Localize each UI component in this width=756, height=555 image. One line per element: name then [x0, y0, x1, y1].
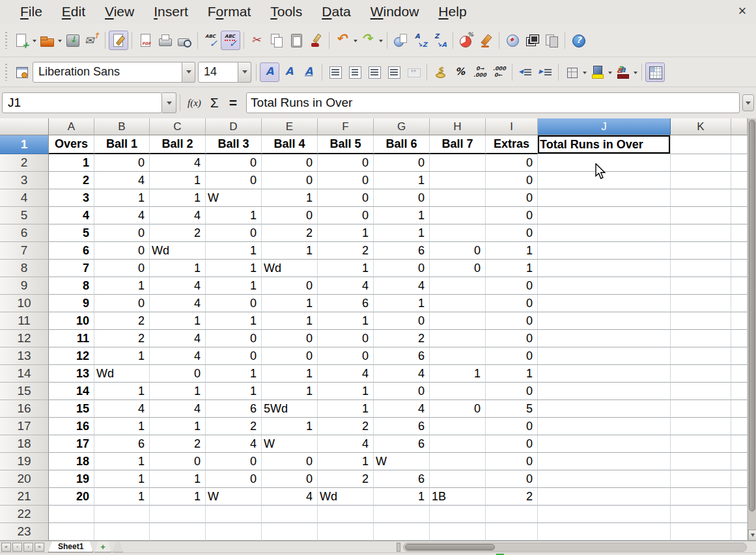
- cell-D6[interactable]: 0: [206, 224, 262, 242]
- freeze-panes-button[interactable]: [645, 62, 665, 82]
- cell-K4[interactable]: [671, 189, 731, 207]
- cell-K16[interactable]: [671, 400, 731, 418]
- underline-button[interactable]: [299, 62, 318, 82]
- cell-D13[interactable]: 0: [206, 347, 262, 365]
- cell-F11[interactable]: 1: [318, 312, 374, 330]
- cell-H23[interactable]: [430, 523, 486, 541]
- cell-C17[interactable]: 1: [150, 418, 206, 435]
- row-header-10[interactable]: 10: [0, 295, 49, 312]
- sort-ascending-button[interactable]: [410, 31, 430, 50]
- cell-A1[interactable]: Overs: [49, 135, 94, 154]
- cell-J6[interactable]: [538, 224, 671, 242]
- cell-H21[interactable]: 1B: [430, 488, 486, 506]
- cell-D8[interactable]: 1: [206, 260, 262, 277]
- font-size-field[interactable]: 14: [198, 62, 238, 83]
- cell-H12[interactable]: [430, 330, 486, 347]
- cell-F19[interactable]: 1: [318, 453, 374, 470]
- cell-J12[interactable]: [538, 330, 671, 347]
- add-decimal-place-button[interactable]: [469, 62, 489, 82]
- cell-H7[interactable]: 0: [430, 242, 486, 260]
- vertical-scrollbar[interactable]: [748, 118, 756, 541]
- cell-K2[interactable]: [671, 154, 731, 172]
- cell-F16[interactable]: 1: [318, 400, 374, 418]
- cell-J2[interactable]: [538, 154, 671, 172]
- currency-button[interactable]: [430, 62, 450, 82]
- cell-I8[interactable]: 1: [486, 260, 538, 277]
- cell-C7[interactable]: Wd: [150, 242, 206, 260]
- cell-A13[interactable]: 12: [49, 347, 94, 365]
- cell-A17[interactable]: 16: [49, 418, 94, 435]
- menu-insert[interactable]: Insert: [144, 2, 198, 21]
- row-header-1[interactable]: 1: [0, 135, 49, 154]
- cell-G14[interactable]: 4: [374, 365, 430, 383]
- cell-C18[interactable]: 2: [150, 435, 206, 453]
- cell-K5[interactable]: [671, 207, 731, 224]
- column-header-H[interactable]: H: [430, 118, 486, 135]
- undo-button[interactable]: [333, 31, 352, 50]
- cell-I18[interactable]: 0: [486, 435, 538, 453]
- cell-F13[interactable]: 0: [318, 347, 374, 365]
- cell-E9[interactable]: 0: [262, 277, 318, 295]
- cell-K20[interactable]: [671, 470, 731, 488]
- styles-button[interactable]: [12, 62, 31, 82]
- cell-D18[interactable]: 4: [206, 435, 262, 453]
- cell-G17[interactable]: 6: [374, 418, 430, 435]
- cell-A22[interactable]: [49, 506, 94, 523]
- column-header-K[interactable]: K: [671, 118, 731, 135]
- cell-J5[interactable]: [538, 207, 671, 224]
- merge-cells-button[interactable]: [404, 62, 423, 82]
- row-header-19[interactable]: 19: [0, 453, 49, 470]
- cell-B16[interactable]: 4: [94, 400, 150, 418]
- cell-J23[interactable]: [538, 523, 671, 541]
- cell-I6[interactable]: 0: [486, 224, 538, 242]
- cell-E13[interactable]: 0: [262, 347, 318, 365]
- cell-G12[interactable]: 2: [374, 330, 430, 347]
- row-header-8[interactable]: 8: [0, 260, 49, 277]
- cell-I1[interactable]: Extras: [486, 135, 538, 154]
- cell-I14[interactable]: 1: [486, 365, 538, 383]
- cell-B13[interactable]: 1: [94, 347, 150, 365]
- cell-I11[interactable]: 0: [486, 312, 538, 330]
- cell-G9[interactable]: 4: [374, 277, 430, 295]
- cell-D15[interactable]: 1: [206, 383, 262, 400]
- cell-J3[interactable]: [538, 172, 671, 189]
- cell-K9[interactable]: [671, 277, 731, 295]
- cell-E2[interactable]: 0: [262, 154, 318, 172]
- cell-B5[interactable]: 4: [94, 207, 150, 224]
- borders-dropdown-icon[interactable]: [583, 72, 587, 76]
- row-header-14[interactable]: 14: [0, 365, 49, 383]
- column-header-I[interactable]: I: [486, 118, 538, 135]
- row-header-3[interactable]: 3: [0, 172, 49, 189]
- cell-E20[interactable]: 0: [262, 470, 318, 488]
- cell-A11[interactable]: 10: [49, 312, 94, 330]
- cell-G1[interactable]: Ball 6: [374, 135, 430, 154]
- cell-B1[interactable]: Ball 1: [94, 135, 150, 154]
- cell-C10[interactable]: 4: [150, 295, 206, 312]
- cell-J17[interactable]: [538, 418, 671, 435]
- column-header-G[interactable]: G: [374, 118, 430, 135]
- formula-input-line[interactable]: Total Runs in Over: [246, 92, 740, 113]
- export-pdf-button[interactable]: [135, 31, 155, 50]
- cell-K12[interactable]: [671, 330, 731, 347]
- cell-J20[interactable]: [538, 470, 671, 488]
- cell-E17[interactable]: 1: [262, 418, 318, 435]
- cell-E1[interactable]: Ball 4: [262, 135, 318, 154]
- cell-A4[interactable]: 3: [49, 189, 94, 207]
- cell-E8[interactable]: Wd: [262, 260, 318, 277]
- spelling-button[interactable]: [201, 31, 221, 50]
- column-header-A[interactable]: A: [49, 118, 94, 135]
- cell-B6[interactable]: 0: [94, 224, 150, 242]
- close-icon[interactable]: ×: [734, 3, 751, 20]
- print-button[interactable]: [155, 31, 175, 50]
- cell-D14[interactable]: 1: [206, 365, 262, 383]
- cell-G3[interactable]: 1: [374, 172, 430, 189]
- cell-C1[interactable]: Ball 2: [150, 135, 206, 154]
- horizontal-scrollbar[interactable]: [403, 543, 747, 552]
- background-color-button[interactable]: [587, 62, 607, 82]
- column-header-E[interactable]: E: [262, 118, 318, 135]
- cell-I20[interactable]: 0: [486, 470, 538, 488]
- cut-button[interactable]: [247, 31, 267, 50]
- cell-A12[interactable]: 11: [49, 330, 94, 347]
- row-header-16[interactable]: 16: [0, 400, 49, 418]
- cell-H16[interactable]: 0: [430, 400, 486, 418]
